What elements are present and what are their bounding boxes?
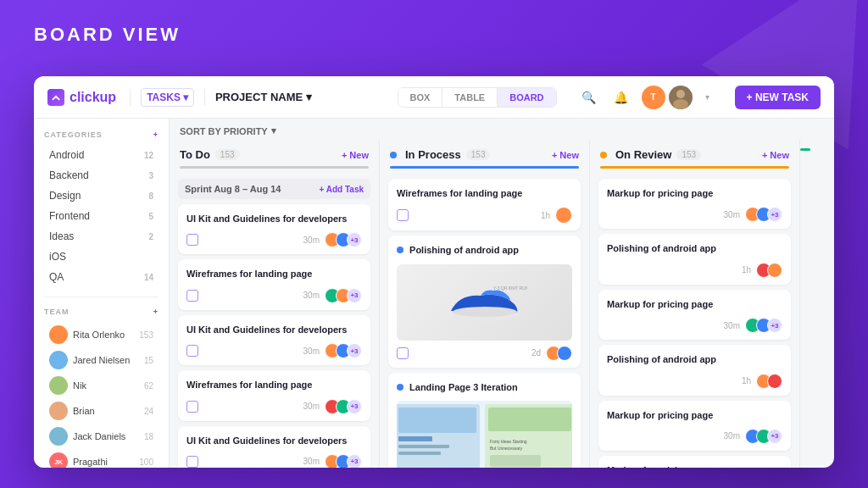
team-avatar bbox=[49, 376, 68, 395]
svg-text:Y·3 QR KNIT RUN: Y·3 QR KNIT RUN bbox=[493, 286, 527, 291]
task-meta: 30m +3 bbox=[303, 399, 362, 414]
team-member-jared[interactable]: Jared Nielsen 15 bbox=[44, 348, 159, 372]
tab-board[interactable]: BOARD bbox=[498, 88, 555, 107]
logo: clickup bbox=[47, 89, 116, 106]
avatar-group: T ▾ bbox=[642, 86, 720, 109]
columns-row: To Do 153 + New Sprint Aug 8 – Aug 14 + … bbox=[170, 140, 834, 468]
task-title: Wireframes for landing page bbox=[186, 268, 362, 280]
project-chevron-icon: ▾ bbox=[306, 91, 312, 103]
column-header-in-process: In Process 153 + New bbox=[380, 140, 589, 166]
task-card[interactable]: Wireframes for landing page 30m bbox=[178, 259, 370, 309]
task-avatars bbox=[756, 263, 782, 278]
status-dot bbox=[390, 152, 397, 158]
task-time: 30m bbox=[724, 210, 740, 219]
column-new-button[interactable]: + New bbox=[762, 150, 789, 160]
project-name-dropdown[interactable]: PROJECT NAME ▾ bbox=[215, 91, 312, 103]
subtask-icon bbox=[397, 347, 409, 359]
task-card[interactable]: UI Kit and Guidelines for developers 30m bbox=[178, 204, 370, 254]
column-new-button[interactable]: + New bbox=[552, 150, 579, 160]
task-card[interactable]: UI Kit and Guidelines for developers 30m bbox=[178, 426, 370, 468]
task-card[interactable]: Polishing of android app Y·3 QR KNIT RUN bbox=[388, 236, 581, 367]
new-task-button[interactable]: + NEW TASK bbox=[735, 86, 821, 109]
sidebar-item-backend[interactable]: Backend 3 bbox=[44, 166, 159, 185]
task-footer: 30m +3 bbox=[186, 454, 362, 468]
tasks-dropdown[interactable]: TASKS ▾ bbox=[141, 88, 194, 107]
team-count: 18 bbox=[144, 432, 153, 441]
team-member-pragathi[interactable]: JK Pragathi 100 bbox=[44, 450, 159, 468]
sidebar-item-label: iOS bbox=[49, 251, 66, 263]
user-avatar-photo[interactable] bbox=[669, 86, 693, 109]
svg-rect-15 bbox=[490, 455, 541, 467]
task-footer: 30m +3 bbox=[186, 343, 362, 358]
column-body-todo: Sprint Aug 8 – Aug 14 + Add Task UI Kit … bbox=[170, 174, 379, 468]
sort-label: SORT BY PRIORITY bbox=[180, 126, 268, 136]
task-card[interactable]: Polishing of android app 1h bbox=[598, 345, 791, 395]
task-card[interactable]: Markup for pricing page 30m +3 bbox=[598, 290, 791, 340]
team-name: Nik bbox=[73, 380, 139, 391]
task-meta: 30m +3 bbox=[724, 207, 782, 222]
user-avatar-t[interactable]: T bbox=[642, 86, 665, 109]
subtask-icon bbox=[397, 209, 409, 221]
task-title: UI Kit and Guidelines for developers bbox=[186, 213, 362, 225]
column-title-wrap: On Review 153 bbox=[600, 148, 701, 161]
sidebar-item-frontend[interactable]: Frontend 5 bbox=[44, 207, 159, 225]
task-avatars: +3 bbox=[745, 429, 782, 444]
search-icon[interactable]: 🔍 bbox=[577, 86, 601, 109]
column-new-button[interactable]: + New bbox=[342, 150, 369, 160]
add-category-icon[interactable]: + bbox=[153, 130, 159, 139]
subtask-icon bbox=[186, 456, 198, 468]
task-card[interactable]: Polishing of android app 1h bbox=[598, 234, 791, 284]
task-card[interactable]: Markup for pricing page 30m +3 bbox=[598, 401, 791, 451]
svg-rect-7 bbox=[398, 408, 476, 433]
sidebar-item-ios[interactable]: iOS bbox=[44, 247, 159, 266]
task-card[interactable]: UI Kit and Guidelines for developers 30m bbox=[178, 315, 370, 365]
column-bar-todo bbox=[180, 166, 369, 169]
task-card[interactable]: Landing Page 3 Iteration bbox=[388, 373, 581, 468]
add-team-icon[interactable]: + bbox=[153, 308, 159, 316]
task-avatars: +3 bbox=[325, 343, 362, 358]
task-time: 2d bbox=[531, 348, 541, 358]
task-avatars: +3 bbox=[325, 399, 362, 414]
column-title: On Review bbox=[615, 148, 671, 161]
task-icons bbox=[186, 290, 198, 302]
team-member-jack[interactable]: Jack Daniels 18 bbox=[44, 424, 159, 448]
task-card[interactable]: Markup for pricing page 30m +3 bbox=[598, 179, 791, 229]
sidebar-item-count: 3 bbox=[148, 171, 153, 180]
team-member-rita[interactable]: Rita Orlenko 153 bbox=[44, 323, 159, 347]
sidebar-item-design[interactable]: Design 8 bbox=[44, 186, 159, 205]
task-time: 30m bbox=[724, 431, 740, 441]
sort-chevron-icon[interactable]: ▾ bbox=[271, 125, 276, 136]
team-section: TEAM + bbox=[44, 308, 159, 316]
tab-table[interactable]: TABLE bbox=[442, 88, 498, 107]
notification-icon[interactable]: 🔔 bbox=[609, 86, 633, 109]
user-dropdown-icon[interactable]: ▾ bbox=[696, 86, 720, 109]
svg-rect-9 bbox=[398, 445, 449, 448]
sidebar-item-android[interactable]: Android 12 bbox=[44, 146, 159, 164]
topbar-actions: 🔍 🔔 T ▾ + NEW TASK bbox=[577, 86, 821, 109]
task-card[interactable]: Wireframes for landing page 30m bbox=[178, 370, 370, 420]
svg-text:But Unnecessary: But Unnecessary bbox=[490, 446, 523, 451]
task-footer: 30m +3 bbox=[186, 232, 362, 247]
column-count: 153 bbox=[676, 149, 701, 160]
sprint-add-task[interactable]: + Add Task bbox=[319, 185, 364, 194]
task-time: 1h bbox=[742, 265, 751, 274]
task-card[interactable]: Wireframes for landing page 1h bbox=[388, 179, 581, 230]
column-bar-on-review bbox=[600, 166, 789, 169]
team-name: Brian bbox=[73, 406, 139, 416]
tab-box[interactable]: BOX bbox=[398, 88, 443, 107]
team-member-brian[interactable]: Brian 24 bbox=[44, 399, 159, 423]
team-count: 153 bbox=[139, 330, 153, 340]
task-time: 30m bbox=[303, 457, 320, 466]
team-member-nik[interactable]: Nik 62 bbox=[44, 374, 159, 397]
column-title: To Do bbox=[180, 148, 210, 161]
sprint-header[interactable]: Sprint Aug 8 – Aug 14 + Add Task bbox=[178, 179, 370, 199]
sidebar-divider bbox=[44, 297, 159, 297]
sidebar: CATEGORIES + Android 12 Backend 3 Design… bbox=[34, 119, 170, 468]
task-card[interactable]: Markup for pricing page 💬 234 🔗 234 bbox=[598, 456, 791, 468]
sidebar-item-label: Backend bbox=[49, 169, 89, 181]
sidebar-item-ideas[interactable]: Ideas 2 bbox=[44, 227, 159, 246]
task-meta: 30m +3 bbox=[724, 429, 782, 444]
in-process-dot bbox=[397, 384, 403, 391]
sidebar-item-qa[interactable]: QA 14 bbox=[44, 268, 159, 286]
task-time: 30m bbox=[303, 236, 320, 245]
